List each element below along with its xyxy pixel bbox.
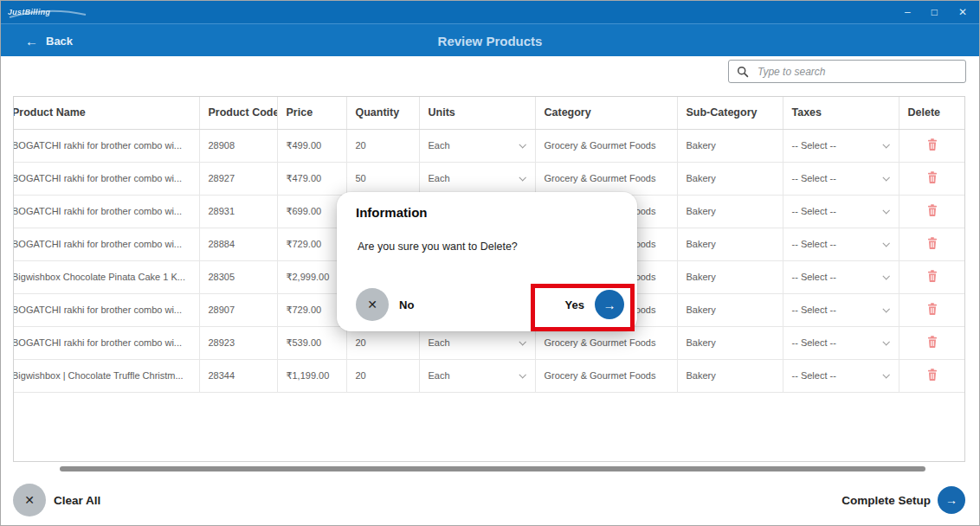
trash-icon bbox=[927, 138, 938, 151]
delete-button[interactable] bbox=[927, 369, 938, 382]
price-cell: ₹499.00 bbox=[277, 129, 346, 162]
maximize-button[interactable]: □ bbox=[932, 7, 938, 17]
chevron-down-icon bbox=[882, 174, 889, 181]
taxes-dropdown[interactable]: -- Select -- bbox=[783, 162, 899, 195]
delete-cell bbox=[899, 162, 965, 195]
page-title: Review Products bbox=[1, 24, 979, 57]
trash-icon bbox=[927, 369, 938, 381]
units-dropdown-wrap: Each bbox=[429, 173, 526, 183]
subcategory-cell: Bakery bbox=[677, 293, 783, 326]
search-input[interactable] bbox=[758, 66, 931, 78]
delete-button[interactable] bbox=[927, 237, 938, 251]
taxes-dropdown-wrap: -- Select -- bbox=[792, 272, 890, 282]
delete-button[interactable] bbox=[927, 303, 938, 317]
table-row: BOGATCHI rakhi for brother combo wi...28… bbox=[14, 162, 965, 195]
price-cell: ₹699.00 bbox=[277, 195, 346, 228]
search-icon bbox=[737, 66, 749, 78]
information-dialog: Information Are you sure you want to Del… bbox=[337, 192, 637, 331]
taxes-value: -- Select -- bbox=[792, 337, 836, 348]
taxes-dropdown[interactable]: -- Select -- bbox=[783, 293, 899, 326]
delete-button[interactable] bbox=[927, 171, 938, 185]
col-delete: Delete bbox=[899, 97, 965, 129]
delete-cell bbox=[899, 195, 965, 228]
back-button[interactable]: ← Back bbox=[25, 24, 73, 57]
units-dropdown[interactable]: Each bbox=[419, 162, 535, 195]
col-product-name: Product Name bbox=[14, 97, 199, 129]
taxes-dropdown[interactable]: -- Select -- bbox=[783, 260, 899, 293]
price-cell: ₹539.00 bbox=[277, 326, 346, 359]
units-dropdown-wrap: Each bbox=[429, 337, 526, 348]
no-button[interactable]: ✕ No bbox=[356, 288, 414, 321]
taxes-dropdown[interactable]: -- Select -- bbox=[783, 195, 899, 228]
trash-icon bbox=[927, 336, 938, 348]
close-button[interactable]: ✕ bbox=[958, 7, 967, 17]
subcategory-cell: Bakery bbox=[677, 359, 783, 392]
clear-all-button[interactable]: ✕ Clear All bbox=[13, 484, 100, 516]
logo-swoosh-icon bbox=[6, 5, 89, 22]
product-name-cell: BOGATCHI rakhi for brother combo wi... bbox=[14, 129, 199, 162]
subcategory-cell: Bakery bbox=[677, 326, 783, 359]
horizontal-scrollbar[interactable] bbox=[60, 466, 925, 471]
window-controls: – □ ✕ bbox=[905, 1, 967, 23]
taxes-dropdown[interactable]: -- Select -- bbox=[783, 359, 899, 392]
taxes-dropdown-wrap: -- Select -- bbox=[792, 337, 890, 348]
trash-icon bbox=[927, 270, 938, 282]
subcategory-cell: Bakery bbox=[677, 260, 783, 293]
product-name-cell: Bigwishbox Chocolate Pinata Cake 1 K... bbox=[14, 260, 199, 293]
complete-setup-button[interactable]: Complete Setup → bbox=[841, 486, 965, 514]
units-dropdown[interactable]: Each bbox=[419, 129, 535, 162]
chevron-down-icon bbox=[519, 371, 525, 378]
taxes-value: -- Select -- bbox=[792, 305, 836, 315]
price-cell: ₹729.00 bbox=[277, 293, 346, 326]
complete-setup-arrow-icon: → bbox=[938, 486, 965, 514]
trash-icon bbox=[927, 204, 938, 216]
delete-button[interactable] bbox=[927, 204, 938, 218]
complete-setup-label: Complete Setup bbox=[841, 494, 931, 507]
yes-button[interactable]: Yes → bbox=[565, 290, 624, 319]
taxes-value: -- Select -- bbox=[792, 140, 836, 151]
delete-cell bbox=[899, 293, 965, 326]
delete-cell bbox=[899, 228, 965, 260]
table-row: Bigwishbox | Chocolate Truffle Christm..… bbox=[14, 359, 965, 392]
dialog-title: Information bbox=[356, 205, 428, 220]
delete-button[interactable] bbox=[927, 270, 938, 284]
chevron-down-icon bbox=[882, 207, 889, 214]
search-box[interactable] bbox=[728, 60, 966, 83]
delete-cell bbox=[899, 359, 965, 392]
chevron-down-icon bbox=[882, 240, 889, 247]
price-cell: ₹1,199.00 bbox=[277, 359, 346, 392]
units-value: Each bbox=[429, 370, 450, 381]
chevron-down-icon bbox=[882, 338, 889, 345]
nav-header: Review Products ← Back bbox=[1, 23, 979, 56]
taxes-value: -- Select -- bbox=[792, 239, 836, 249]
category-cell: Grocery & Gourmet Foods bbox=[535, 129, 677, 162]
taxes-dropdown-wrap: -- Select -- bbox=[792, 305, 890, 315]
product-code-cell: 28927 bbox=[199, 162, 277, 195]
chevron-down-icon bbox=[882, 273, 889, 279]
price-cell: ₹2,999.00 bbox=[277, 260, 346, 293]
no-x-icon: ✕ bbox=[356, 288, 389, 321]
product-code-cell: 28305 bbox=[199, 260, 277, 293]
col-product-code: Product Code bbox=[199, 97, 277, 129]
taxes-dropdown-wrap: -- Select -- bbox=[792, 206, 890, 216]
taxes-dropdown[interactable]: -- Select -- bbox=[783, 326, 899, 359]
taxes-dropdown[interactable]: -- Select -- bbox=[783, 129, 899, 162]
category-cell: Grocery & Gourmet Foods bbox=[535, 359, 677, 392]
titlebar: JustBilling – □ ✕ bbox=[1, 1, 979, 23]
col-subcategory: Sub-Category bbox=[677, 97, 783, 129]
units-dropdown-wrap: Each bbox=[429, 370, 526, 381]
chevron-down-icon bbox=[882, 371, 889, 378]
delete-button[interactable] bbox=[927, 336, 938, 350]
delete-button[interactable] bbox=[927, 138, 938, 152]
clear-all-label: Clear All bbox=[54, 494, 100, 507]
subcategory-cell: Bakery bbox=[677, 162, 783, 195]
table-header-row: Product Name Product Code Price Quantity… bbox=[14, 97, 965, 129]
app-logo: JustBilling bbox=[8, 8, 50, 16]
col-quantity: Quantity bbox=[346, 97, 419, 129]
minimize-button[interactable]: – bbox=[905, 7, 911, 17]
taxes-value: -- Select -- bbox=[792, 370, 836, 381]
taxes-dropdown[interactable]: -- Select -- bbox=[783, 228, 899, 260]
product-name-cell: BOGATCHI rakhi for brother combo wi... bbox=[14, 162, 199, 195]
units-value: Each bbox=[429, 140, 450, 151]
units-dropdown[interactable]: Each bbox=[419, 359, 535, 392]
